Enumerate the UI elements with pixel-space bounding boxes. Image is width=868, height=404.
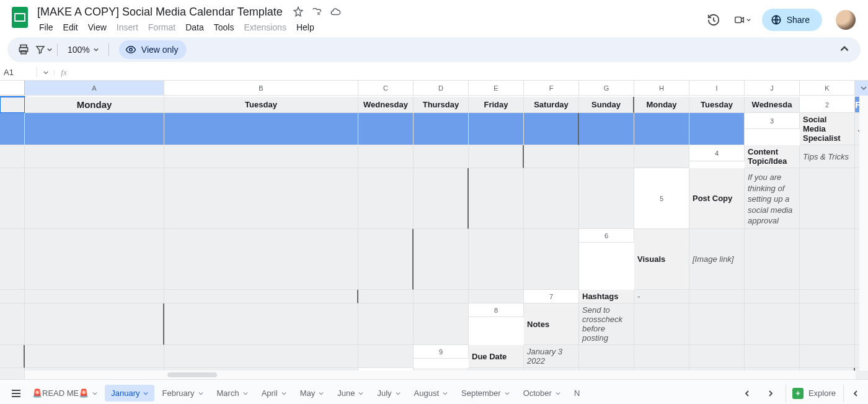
- sheets-logo[interactable]: [7, 5, 32, 30]
- cell[interactable]: [745, 303, 800, 345]
- cell[interactable]: [800, 168, 855, 229]
- cell[interactable]: [0, 145, 25, 168]
- cell[interactable]: [414, 229, 469, 290]
- cell[interactable]: [800, 345, 855, 368]
- cell[interactable]: [0, 345, 25, 368]
- cell[interactable]: [358, 113, 414, 145]
- menu-format[interactable]: Format: [144, 20, 180, 35]
- cell[interactable]: [469, 229, 524, 290]
- cell[interactable]: [524, 113, 579, 145]
- row-header[interactable]: 6: [579, 229, 634, 243]
- cell[interactable]: Tips & Tricks: [800, 145, 855, 168]
- col-header[interactable]: B: [164, 81, 358, 96]
- cell[interactable]: -: [634, 290, 689, 303]
- cell[interactable]: [414, 168, 469, 229]
- cell[interactable]: [0, 113, 25, 145]
- cell[interactable]: Due Date: [469, 345, 524, 368]
- avatar[interactable]: [836, 10, 856, 30]
- cell[interactable]: [634, 345, 689, 368]
- cell[interactable]: [358, 290, 414, 303]
- cell[interactable]: [800, 229, 855, 290]
- cell[interactable]: [358, 145, 414, 168]
- filter-icon[interactable]: [35, 41, 52, 58]
- view-only-pill[interactable]: View only: [119, 40, 187, 59]
- cell[interactable]: [25, 168, 164, 229]
- cell[interactable]: [689, 290, 745, 303]
- cell[interactable]: Wednesda: [745, 97, 800, 113]
- row-header[interactable]: 5: [634, 168, 689, 229]
- col-header[interactable]: C: [358, 81, 414, 96]
- cell[interactable]: [358, 168, 414, 229]
- cell[interactable]: [25, 145, 164, 168]
- share-button[interactable]: Share: [762, 9, 822, 31]
- cell[interactable]: [0, 229, 25, 290]
- cell[interactable]: [800, 303, 855, 345]
- sheet-tab-january[interactable]: January: [105, 385, 154, 402]
- cell[interactable]: [524, 145, 579, 168]
- cell[interactable]: [358, 345, 414, 368]
- explore-button[interactable]: Explore: [786, 384, 842, 403]
- row-header[interactable]: 2: [800, 97, 855, 113]
- history-icon[interactable]: [705, 11, 722, 29]
- row-header[interactable]: 8: [469, 303, 524, 317]
- cell[interactable]: [800, 290, 855, 303]
- doc-title[interactable]: [MAKE A COPY] Social Media Calendar Temp…: [35, 5, 285, 19]
- sheet-tab-may[interactable]: May: [294, 385, 330, 402]
- vertical-scrollbar[interactable]: [859, 96, 868, 370]
- print-icon[interactable]: [15, 41, 32, 58]
- cell[interactable]: [469, 290, 524, 303]
- menu-data[interactable]: Data: [181, 20, 208, 35]
- cell[interactable]: Hashtags: [579, 290, 634, 303]
- cell[interactable]: If you are thinking of setting up a soci…: [745, 168, 800, 229]
- cell[interactable]: Content Topic/Idea: [745, 145, 800, 168]
- sheet-tab-june[interactable]: June: [331, 385, 370, 402]
- cell[interactable]: Thursday: [414, 97, 469, 113]
- menu-insert[interactable]: Insert: [112, 20, 143, 35]
- meet-icon[interactable]: [733, 11, 751, 29]
- cell[interactable]: [25, 113, 164, 145]
- cell[interactable]: [0, 290, 25, 303]
- col-header[interactable]: E: [469, 81, 524, 96]
- zoom-selector[interactable]: 100%: [63, 45, 104, 55]
- cell[interactable]: [524, 229, 579, 290]
- col-header[interactable]: H: [634, 81, 689, 96]
- menu-tools[interactable]: Tools: [210, 20, 239, 35]
- cell[interactable]: Social Media Specialist: [800, 113, 855, 145]
- select-all-corner[interactable]: [0, 81, 25, 96]
- row-header[interactable]: 7: [524, 290, 579, 303]
- scroll-right-nav-icon[interactable]: [859, 81, 868, 96]
- cell[interactable]: January 3 2022: [524, 345, 579, 368]
- collapse-toolbar-icon[interactable]: [836, 41, 853, 58]
- sheet-tab-october[interactable]: October: [517, 385, 567, 402]
- cell[interactable]: [164, 229, 358, 290]
- cell[interactable]: [579, 168, 634, 229]
- cell[interactable]: [469, 145, 524, 168]
- sheet-tab-february[interactable]: February: [156, 385, 209, 402]
- cell[interactable]: Friday: [469, 97, 524, 113]
- cell[interactable]: [689, 113, 745, 145]
- cell[interactable]: [0, 168, 25, 229]
- cell[interactable]: [745, 345, 800, 368]
- cell[interactable]: [25, 229, 164, 290]
- cell[interactable]: [469, 113, 524, 145]
- sheet-tab-readme[interactable]: 🚨READ ME🚨: [26, 385, 104, 402]
- move-icon[interactable]: [311, 6, 322, 17]
- sheet-tab-truncated[interactable]: N: [568, 385, 586, 402]
- sheet-tab-september[interactable]: September: [455, 385, 516, 402]
- cell[interactable]: [414, 145, 469, 168]
- col-header[interactable]: D: [414, 81, 469, 96]
- cell[interactable]: Visuals: [634, 229, 689, 290]
- cell[interactable]: [745, 229, 800, 290]
- cell[interactable]: [579, 145, 634, 168]
- cell[interactable]: [164, 345, 358, 368]
- name-box[interactable]: A1: [0, 68, 37, 77]
- cell[interactable]: Notes: [524, 303, 579, 345]
- sheet-tab-august[interactable]: August: [408, 385, 454, 402]
- cell[interactable]: [25, 303, 164, 345]
- cell[interactable]: [0, 303, 25, 345]
- cell[interactable]: Post Copy: [689, 168, 745, 229]
- star-icon[interactable]: [293, 6, 304, 17]
- cell[interactable]: [689, 303, 745, 345]
- sheet-tab-july[interactable]: July: [371, 385, 406, 402]
- cell[interactable]: [0, 368, 25, 379]
